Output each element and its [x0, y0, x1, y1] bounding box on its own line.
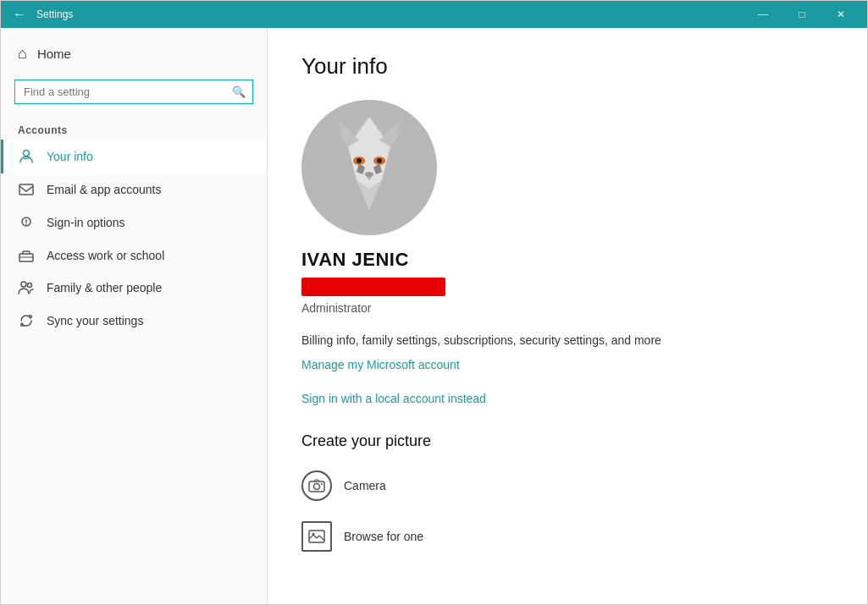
main-content: Your info	[268, 28, 867, 604]
work-school-icon	[18, 249, 35, 262]
settings-window: ← Settings — □ ✕ ⌂ Home 🔍 Accounts	[0, 0, 868, 605]
sync-icon	[18, 313, 35, 328]
window-title: Settings	[36, 8, 744, 20]
email-icon	[18, 184, 35, 195]
back-button[interactable]: ←	[8, 3, 31, 26]
search-input[interactable]	[15, 80, 252, 103]
svg-point-10	[28, 283, 32, 288]
svg-point-27	[314, 484, 320, 490]
billing-text: Billing info, family settings, subscript…	[301, 332, 674, 349]
sidebar-item-work-school[interactable]: Access work or school	[1, 239, 267, 272]
user-email-badge	[301, 278, 445, 296]
your-info-icon	[18, 149, 35, 164]
work-school-label: Access work or school	[47, 249, 164, 262]
local-account-link[interactable]: Sign in with a local account instead	[301, 392, 833, 405]
user-name: IVAN JENIC	[301, 249, 833, 271]
search-icon: 🔍	[232, 85, 246, 98]
svg-point-23	[377, 158, 382, 163]
accounts-section-label: Accounts	[1, 118, 267, 140]
svg-point-30	[312, 533, 315, 536]
camera-icon	[301, 470, 332, 501]
email-app-label: Email & app accounts	[47, 183, 161, 196]
svg-point-9	[21, 282, 26, 287]
close-button[interactable]: ✕	[821, 1, 860, 28]
create-picture-title: Create your picture	[301, 432, 833, 450]
sync-label: Sync your settings	[47, 314, 143, 327]
minimize-button[interactable]: —	[744, 1, 782, 28]
svg-point-6	[25, 223, 27, 225]
camera-option[interactable]: Camera	[301, 467, 833, 504]
sidebar-item-sync[interactable]: Sync your settings	[1, 304, 267, 338]
sign-in-icon	[18, 215, 35, 230]
window-controls: — □ ✕	[744, 1, 860, 28]
svg-point-22	[357, 158, 362, 163]
manage-microsoft-link[interactable]: Manage my Microsoft account	[301, 358, 833, 371]
sidebar-home[interactable]: ⌂ Home	[1, 35, 267, 73]
sidebar-item-sign-in[interactable]: Sign-in options	[1, 206, 267, 239]
titlebar: ← Settings — □ ✕	[1, 1, 867, 28]
profile-avatar	[301, 100, 437, 235]
family-icon	[18, 281, 35, 294]
sign-in-label: Sign-in options	[47, 216, 125, 229]
svg-point-25	[365, 172, 373, 177]
svg-point-28	[321, 483, 323, 485]
svg-point-0	[24, 151, 30, 157]
home-label: Home	[37, 47, 71, 61]
page-title: Your info	[301, 53, 833, 80]
content-area: ⌂ Home 🔍 Accounts	[1, 28, 867, 604]
svg-rect-3	[19, 184, 33, 195]
sidebar: ⌂ Home 🔍 Accounts	[1, 28, 268, 604]
search-box: 🔍	[14, 80, 253, 104]
user-role: Administrator	[301, 301, 833, 315]
sidebar-item-your-info[interactable]: Your info	[1, 140, 267, 173]
camera-label: Camera	[344, 479, 386, 492]
your-info-label: Your info	[47, 150, 93, 163]
home-icon: ⌂	[18, 45, 27, 63]
sidebar-item-family[interactable]: Family & other people	[1, 272, 267, 304]
browse-option[interactable]: Browse for one	[301, 518, 833, 555]
sidebar-item-email-app[interactable]: Email & app accounts	[1, 173, 267, 206]
browse-icon	[301, 521, 332, 552]
browse-label: Browse for one	[344, 530, 423, 543]
maximize-button[interactable]: □	[782, 1, 821, 28]
family-label: Family & other people	[47, 281, 162, 294]
